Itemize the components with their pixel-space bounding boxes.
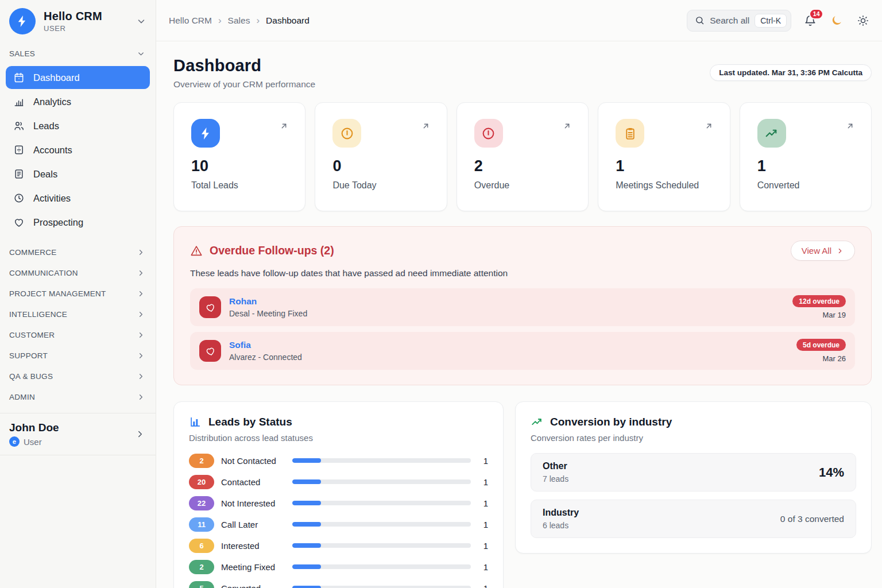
user-menu[interactable]: John Doe e User [0, 413, 156, 455]
conversion-value: 0 of 3 converted [780, 514, 844, 524]
status-count-badge: 5 [189, 581, 214, 588]
progress-fill [292, 479, 321, 484]
sidebar-group-label: INTELLIGENCE [9, 310, 67, 319]
status-value: 1 [473, 583, 488, 588]
search-placeholder: Search all [710, 16, 749, 26]
sidebar-item-prospecting[interactable]: Prospecting [6, 211, 150, 234]
progress-fill [292, 564, 321, 569]
stat-value: 1 [616, 157, 713, 175]
sidebar-group-label: COMMUNICATION [9, 269, 78, 277]
sidebar-group-communication[interactable]: COMMUNICATION [0, 262, 156, 283]
chevron-right-icon [137, 393, 145, 401]
chevron-right-icon [135, 429, 145, 439]
status-value: 1 [473, 498, 488, 508]
stat-card-converted[interactable]: 1 Converted [740, 102, 872, 211]
overdue-row-sofia[interactable]: Sofia Alvarez - Connected 5d overdue Mar… [190, 332, 855, 370]
breadcrumb-current: Dashboard [266, 16, 310, 26]
progress-fill [292, 501, 321, 505]
notifications-badge: 14 [809, 9, 823, 20]
leads-panel-title: Leads by Status [208, 416, 292, 428]
stat-label: Overdue [474, 179, 572, 192]
page-subtitle: Overview of your CRM performance [173, 79, 315, 90]
industry-leads: 7 leads [543, 474, 568, 483]
sidebar-group-admin[interactable]: ADMIN [0, 386, 156, 407]
workspace-switcher[interactable]: Hello CRM USER [0, 0, 156, 41]
status-row-contacted: 20 Contacted 1 [189, 474, 488, 489]
warning-icon [190, 245, 203, 257]
stat-card-overdue[interactable]: 2 Overdue [457, 102, 589, 211]
brightness-button[interactable] [856, 13, 871, 28]
progress-track [292, 479, 471, 484]
bar-chart-icon [189, 416, 202, 428]
status-label: Meeting Fixed [221, 562, 291, 572]
arrow-up-right-icon[interactable] [279, 121, 289, 131]
chevron-right-icon [137, 289, 145, 298]
nav-item-icon [13, 96, 25, 107]
stat-icon-badge [616, 119, 644, 148]
chevron-right-icon [137, 331, 145, 339]
lead-name[interactable]: Sofia [229, 340, 788, 350]
breadcrumb-separator: › [218, 15, 222, 26]
user-avatar: e [9, 436, 20, 447]
sidebar-groups: COMMERCE COMMUNICATION PROJECT MANAGEMEN… [0, 242, 156, 407]
app-window: Hello CRM USER SALES Dashboard Analytics… [0, 0, 882, 588]
search-icon [695, 16, 705, 25]
user-name: John Doe [9, 421, 59, 434]
sidebar-section-label: SALES [9, 49, 35, 58]
sidebar-item-deals[interactable]: Deals [6, 163, 150, 185]
arrow-up-right-icon[interactable] [562, 121, 572, 131]
app-logo [9, 8, 36, 34]
arrow-up-right-icon[interactable] [421, 121, 431, 131]
stat-icon [623, 126, 637, 141]
sidebar-nav: Dashboard Analytics Leads Accounts Deals… [0, 63, 156, 238]
conversion-value: 14% [819, 465, 844, 480]
sidebar-group-commerce[interactable]: COMMERCE [0, 242, 156, 262]
topbar: Hello CRM › Sales › Dashboard Search all… [156, 0, 882, 41]
breadcrumb-item[interactable]: Sales [228, 16, 250, 26]
overdue-list: Rohan Desal - Meeting Fixed 12d overdue … [190, 288, 855, 370]
sidebar-item-activities[interactable]: Activities [6, 187, 150, 210]
conversion-row-industry: Industry 6 leads 0 of 3 converted [531, 500, 856, 538]
stat-card-total-leads[interactable]: 10 Total Leads [173, 102, 305, 211]
sidebar-group-qa-bugs[interactable]: QA & BUGS [0, 366, 156, 386]
moon-icon [830, 14, 843, 27]
dark-mode-toggle[interactable] [829, 13, 844, 28]
arrow-up-right-icon[interactable] [704, 121, 714, 131]
breadcrumb-item[interactable]: Hello CRM [169, 16, 212, 26]
sidebar-group-project-management[interactable]: PROJECT MANAGEMENT [0, 283, 156, 304]
sidebar-item-analytics[interactable]: Analytics [6, 90, 150, 113]
sidebar-group-support[interactable]: SUPPORT [0, 345, 156, 366]
lead-icon-badge [199, 340, 221, 362]
search-input[interactable]: Search all Ctrl-K [687, 10, 791, 32]
sidebar-item-leads[interactable]: Leads [6, 114, 150, 137]
chevron-down-icon[interactable] [136, 16, 146, 26]
sidebar-section-sales[interactable]: SALES [0, 41, 156, 63]
stat-card-due-today[interactable]: 0 Due Today [315, 102, 447, 211]
overdue-date: Mar 19 [823, 311, 846, 319]
overdue-subtitle: These leads have follow-up dates that ha… [190, 268, 855, 278]
nav-item-icon [13, 216, 25, 228]
sidebar-item-dashboard[interactable]: Dashboard [6, 66, 150, 89]
view-all-button[interactable]: View All [791, 241, 855, 261]
status-count-badge: 22 [189, 496, 214, 510]
stat-card-meetings-scheduled[interactable]: 1 Meetings Scheduled [598, 102, 730, 211]
stat-value: 1 [757, 157, 855, 175]
sidebar-group-label: ADMIN [9, 393, 35, 401]
progress-fill [292, 458, 321, 463]
arrow-up-right-icon[interactable] [845, 121, 855, 131]
lead-name[interactable]: Rohan [229, 296, 784, 307]
stat-cards: 10 Total Leads 0 Due Today [173, 102, 872, 211]
last-updated-chip: Last updated. Mar 31, 3:36 PM Calcutta [710, 64, 872, 81]
sidebar-group-customer[interactable]: CUSTOMER [0, 324, 156, 345]
overdue-row-rohan[interactable]: Rohan Desal - Meeting Fixed 12d overdue … [190, 288, 855, 326]
sidebar-group-intelligence[interactable]: INTELLIGENCE [0, 304, 156, 324]
status-row-meeting-fixed: 2 Meeting Fixed 1 [189, 559, 488, 574]
status-count-badge: 6 [189, 539, 214, 553]
chevron-right-icon [137, 310, 145, 319]
notifications-button[interactable]: 14 [803, 13, 818, 28]
status-label: Interested [221, 541, 291, 551]
status-count-badge: 2 [189, 560, 214, 574]
leads-status-list: 2 Not Contacted 1 20 Contacted 1 22 [189, 453, 488, 588]
progress-track [292, 501, 471, 505]
sidebar-item-accounts[interactable]: Accounts [6, 138, 150, 161]
